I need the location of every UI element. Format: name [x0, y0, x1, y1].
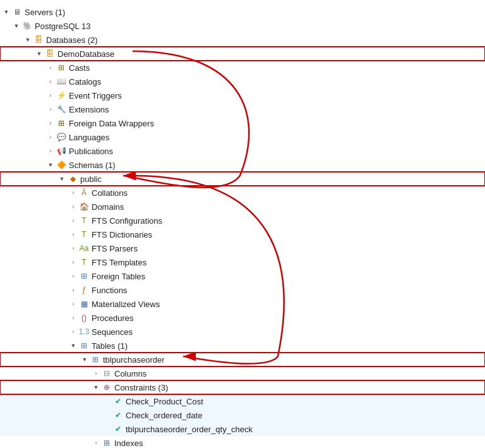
tree-item-check-product-cost[interactable]: ✔Check_Product_Cost [0, 394, 485, 408]
icon-publications: 📢 [56, 146, 67, 156]
tree-item-foreign-data-wrappers[interactable]: ›⊞Foreign Data Wrappers [0, 116, 485, 130]
icon-columns: ⊟ [101, 368, 112, 378]
toggle-languages[interactable]: › [45, 134, 56, 140]
label-databases: Databases (2) [46, 35, 485, 45]
toggle-demodatabase[interactable]: ▼ [34, 51, 44, 57]
toggle-procedures[interactable]: › [68, 315, 78, 321]
icon-fts-templates: T [78, 257, 90, 267]
toggle-extensions[interactable]: › [45, 106, 56, 112]
tree-item-casts[interactable]: ›⊞Casts [0, 61, 485, 75]
icon-check-order-qty: ✔ [112, 424, 124, 434]
toggle-constraints[interactable]: ▼ [91, 384, 101, 390]
label-fts-dictionaries: FTS Dictionaries [92, 230, 485, 239]
tree-item-indexes[interactable]: ›⊞Indexes [0, 436, 485, 448]
tree-item-collations[interactable]: ›ĀCollations [0, 186, 485, 200]
toggle-functions[interactable]: › [68, 287, 78, 293]
label-tblpurchaseorder: tblpurchaseorder [103, 355, 485, 365]
label-indexes: Indexes [114, 439, 485, 448]
label-catalogs: Catalogs [69, 77, 485, 87]
tree-item-columns[interactable]: ›⊟Columns [0, 366, 485, 380]
tree-item-postgresql[interactable]: ▼🐘PostgreSQL 13 [0, 19, 485, 33]
tree-item-sequences[interactable]: ›1.3Sequences [0, 325, 485, 339]
icon-check-product-cost: ✔ [112, 396, 124, 406]
toggle-collations[interactable]: › [68, 190, 78, 196]
toggle-domains[interactable]: › [68, 203, 78, 210]
tree-item-constraints[interactable]: ▼⊕Constraints (3) [0, 380, 485, 394]
label-extensions: Extensions [69, 105, 485, 114]
icon-indexes: ⊞ [101, 438, 112, 448]
tree-item-foreign-tables[interactable]: ›⊞Foreign Tables [0, 269, 485, 283]
label-check-order-qty: tblpurchaseorder_order_qty_check [126, 425, 485, 434]
tree-item-check-order-qty[interactable]: ✔tblpurchaseorder_order_qty_check [0, 422, 485, 436]
tree-item-demodatabase[interactable]: ▼🗄DemoDatabase [0, 47, 485, 61]
toggle-public[interactable]: ▼ [57, 176, 67, 182]
tree-item-databases[interactable]: ▼🗄Databases (2) [0, 33, 485, 47]
toggle-foreign-data-wrappers[interactable]: › [45, 120, 56, 126]
tree-item-public[interactable]: ▼◆public [0, 172, 485, 186]
tree-item-catalogs[interactable]: ›📖Catalogs [0, 75, 485, 88]
label-collations: Collations [92, 188, 485, 198]
label-fts-parsers: FTS Parsers [92, 244, 485, 253]
toggle-fts-templates[interactable]: › [68, 259, 78, 265]
label-tables: Tables (1) [92, 341, 485, 351]
tree-item-fts-dictionaries[interactable]: ›TFTS Dictionaries [0, 227, 485, 241]
toggle-event-triggers[interactable]: › [45, 92, 56, 99]
toggle-fts-parsers[interactable]: › [68, 245, 78, 251]
tree-item-procedures[interactable]: ›()Procedures [0, 311, 485, 325]
tree-item-schemas[interactable]: ▼🔶Schemas (1) [0, 158, 485, 172]
tree-item-fts-parsers[interactable]: ›AaFTS Parsers [0, 241, 485, 255]
icon-sequences: 1.3 [78, 327, 90, 337]
label-event-triggers: Event Triggers [69, 91, 485, 100]
label-foreign-data-wrappers: Foreign Data Wrappers [69, 119, 485, 128]
label-fts-templates: FTS Templates [92, 258, 485, 267]
tree-item-check-ordered-date[interactable]: ✔Check_ordered_date [0, 408, 485, 422]
label-publications: Publications [69, 147, 485, 156]
toggle-fts-configurations[interactable]: › [68, 217, 78, 224]
toggle-fts-dictionaries[interactable]: › [68, 231, 78, 238]
tree-item-publications[interactable]: ›📢Publications [0, 144, 485, 158]
toggle-tables[interactable]: ▼ [68, 342, 78, 349]
toggle-sequences[interactable]: › [68, 329, 78, 335]
tree-item-extensions[interactable]: ›🔧Extensions [0, 102, 485, 116]
tree-item-functions[interactable]: ›ƒFunctions [0, 283, 485, 297]
icon-materialized-views: ▦ [78, 299, 90, 309]
label-constraints: Constraints (3) [114, 383, 485, 392]
tree-item-event-triggers[interactable]: ›⚡Event Triggers [0, 88, 485, 102]
tree-item-tblpurchaseorder[interactable]: ▼⊞tblpurchaseorder [0, 353, 485, 366]
icon-tblpurchaseorder: ⊞ [90, 354, 101, 365]
toggle-columns[interactable]: › [91, 370, 101, 377]
icon-extensions: 🔧 [56, 104, 67, 114]
tree-item-languages[interactable]: ›💬Languages [0, 130, 485, 144]
toggle-casts[interactable]: › [45, 64, 56, 71]
label-schemas: Schemas (1) [69, 160, 485, 170]
label-domains: Domains [92, 202, 485, 212]
label-sequences: Sequences [92, 327, 485, 337]
tree-item-tables[interactable]: ▼⊞Tables (1) [0, 339, 485, 353]
icon-fts-configurations: T [78, 215, 90, 226]
icon-functions: ƒ [78, 285, 90, 295]
label-columns: Columns [114, 369, 485, 378]
icon-foreign-tables: ⊞ [78, 271, 90, 281]
tree-item-materialized-views[interactable]: ›▦Materialized Views [0, 297, 485, 311]
toggle-catalogs[interactable]: › [45, 78, 56, 85]
icon-tables: ⊞ [78, 341, 90, 351]
toggle-schemas[interactable]: ▼ [45, 162, 56, 168]
tree-item-servers[interactable]: ▼🖥Servers (1) [0, 5, 485, 19]
icon-check-ordered-date: ✔ [112, 410, 124, 420]
toggle-databases[interactable]: ▼ [23, 37, 33, 43]
toggle-tblpurchaseorder[interactable]: ▼ [80, 356, 90, 363]
label-public: public [80, 174, 485, 184]
icon-languages: 💬 [56, 132, 67, 142]
tree-item-fts-configurations[interactable]: ›TFTS Configurations [0, 214, 485, 227]
toggle-postgresql[interactable]: ▼ [11, 23, 21, 29]
icon-servers: 🖥 [11, 7, 23, 17]
toggle-indexes[interactable]: › [91, 440, 101, 446]
tree-item-domains[interactable]: ›🏠Domains [0, 200, 485, 214]
tree-item-fts-templates[interactable]: ›TFTS Templates [0, 255, 485, 269]
toggle-materialized-views[interactable]: › [68, 301, 78, 307]
toggle-servers[interactable]: ▼ [1, 9, 11, 15]
toggle-foreign-tables[interactable]: › [68, 273, 78, 279]
toggle-publications[interactable]: › [45, 148, 56, 154]
label-check-product-cost: Check_Product_Cost [126, 397, 485, 406]
icon-schemas: 🔶 [56, 160, 67, 170]
